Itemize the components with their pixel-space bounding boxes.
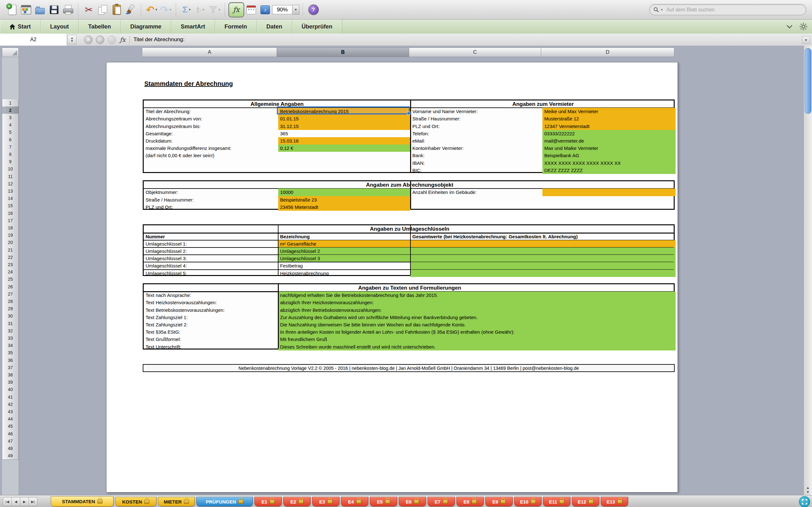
row-header-30[interactable]: 30 [2,313,19,320]
table-cell[interactable] [410,247,676,255]
table-cell[interactable]: Text Betriebskostenvorauszahlungen: [144,306,278,314]
row-header-4[interactable]: 4 [2,121,19,129]
table-cell[interactable]: Abrechnungszeitraum von: [144,115,278,122]
row-header-40[interactable]: 40 [2,386,19,394]
row-header-10[interactable]: 10 [2,165,19,173]
sheet-tab-e4[interactable]: E4 [341,497,368,506]
search-dropdown-icon[interactable]: ▼ [660,8,663,11]
row-header-20[interactable]: 20 [2,239,19,246]
table-cell[interactable]: In Ihren anteiligen Kosten ist folgender… [278,328,676,336]
table-cell[interactable]: Text Heizkostenvorauszahlungen: [144,299,278,306]
sheet-tab-e11[interactable]: E11 [543,497,570,506]
table-cell[interactable]: Umlageschlüssel 1: [144,240,278,247]
table-cell[interactable]: Vorname und Name Vermieter: [410,108,542,115]
row-header-49[interactable]: 49 [2,452,19,460]
table-cell[interactable]: Gesamtwerte (bei Heizkostenabrechnung: G… [410,233,676,240]
sheet-footer-bar[interactable]: Nebenkostenabrechnung Vorlage V2.2 © 200… [143,364,675,372]
row-header-3[interactable]: 3 [2,114,19,121]
table-cell[interactable]: Text Unterschrift: [144,343,278,350]
collapse-ribbon-icon[interactable] [786,25,793,29]
table-cell[interactable]: BIC: [410,167,542,174]
table-cell[interactable]: 03333/222222 [542,130,676,137]
save-icon[interactable] [47,2,61,17]
table-cell[interactable]: Max und Maike Vermieter [542,145,676,152]
table-cell[interactable]: Dieses Schreiben wurde maschinell erstel… [278,343,676,350]
table-cell[interactable]: 23456 Mieterstadt [278,204,410,211]
row-header-43[interactable]: 43 [2,408,19,415]
table-cell[interactable] [410,255,676,262]
sheet-tab-e5[interactable]: E5 [370,497,397,506]
scrollbar-arrows[interactable]: ▲▼ [804,486,812,494]
table-cell[interactable]: Bank: [410,152,542,159]
table-cell[interactable]: Straße / Hausnummer: [410,115,542,122]
table-cell[interactable] [410,262,676,269]
table-cell[interactable]: maximale Rundungsdifferenz insgesamt: [144,145,278,152]
cancel-entry-button[interactable]: × [84,36,93,44]
table-cell[interactable]: 365 [278,130,410,137]
ribbon-tab-tabellen[interactable]: Tabellen [79,20,121,34]
table-cell[interactable]: Mit freundlichem Gruß [278,336,676,343]
selected-cell-outline[interactable] [277,107,410,114]
column-header-C[interactable]: C [409,48,541,57]
next-sheet-button[interactable]: ▶ [20,497,29,506]
last-sheet-button[interactable]: ▶| [29,497,38,506]
row-header-42[interactable]: 42 [2,400,19,408]
table-cell[interactable]: 31.12.15 [278,123,410,130]
row-header-18[interactable]: 18 [2,224,19,232]
column-header-B[interactable]: B [277,48,409,57]
sheet-tab-e7[interactable]: E7 [427,497,455,506]
table-cell[interactable]: Druckdatum: [144,137,278,145]
row-header-45[interactable]: 45 [2,423,19,430]
format-painter-icon[interactable] [124,2,138,17]
table-cell[interactable]: DEZZ ZZZZ ZZZZ [542,167,676,174]
row-header-48[interactable]: 48 [2,445,19,452]
row-header-28[interactable]: 28 [2,297,19,305]
table-cell[interactable]: Abrechnungszeitraum bis: [144,123,278,130]
row-header-1[interactable]: 1 [2,99,19,107]
row-header-26[interactable]: 26 [2,283,19,291]
sheet-tab-mieter[interactable]: MIETER [158,497,195,506]
row-header-29[interactable]: 29 [2,305,19,313]
formula-bar-expand-icon[interactable]: ▼ [802,36,810,44]
row-header-16[interactable]: 16 [2,210,19,217]
ribbon-tab-diagramme[interactable]: Diagramme [121,20,171,34]
name-box-stepper[interactable]: ▲▼ [67,35,77,44]
zoom-value[interactable]: 90% [272,5,293,14]
row-header-31[interactable]: 31 [2,320,19,327]
table-cell[interactable]: Kontoinhaber Vermieter: [410,145,542,152]
table-cell[interactable]: Umlageschlüssel 4: [144,262,278,269]
table-cell[interactable]: Telefon: [410,130,542,137]
ribbon-tab-layout[interactable]: Layout [41,20,79,34]
table-cell[interactable]: abzüglich Ihrer Betriebskostenvorauszahl… [278,306,676,314]
row-header-21[interactable]: 21 [2,246,19,254]
prev-sheet-button[interactable]: ◀ [11,497,20,506]
table-cell[interactable]: 10000 [278,188,410,196]
table-cell[interactable]: Umlageschlüssel 5: [144,270,278,277]
table-cell[interactable]: Umlageschlüssel 2 [278,247,410,255]
table-cell[interactable]: abzüglich Ihrer Heizkostenvorauszahlunge… [278,299,676,306]
ribbon-tab-formeln[interactable]: Formeln [215,20,257,34]
first-sheet-button[interactable]: |◀ [3,497,12,506]
sheet-tab-e12[interactable]: E12 [572,497,599,506]
table-cell[interactable]: Nummer [144,233,278,240]
row-header-37[interactable]: 37 [2,364,19,372]
table-cell[interactable]: PLZ und Ort: [410,123,542,130]
sheet-tab-e8[interactable]: E8 [456,497,484,506]
redo-button[interactable]: ↷▾ [159,2,172,17]
print-icon[interactable] [61,2,75,17]
zoom-select[interactable]: 90% ▼ [272,2,299,17]
sort-button[interactable]: AZ↓▾ [194,2,207,17]
sheet-tab-e3[interactable]: E3 [312,497,339,506]
table-cell[interactable]: 01.01.15 [278,115,410,122]
ribbon-tab-smartart[interactable]: SmartArt [171,20,215,34]
row-header-8[interactable]: 8 [2,151,19,158]
row-header-23[interactable]: 23 [2,261,19,268]
row-header-33[interactable]: 33 [2,334,19,342]
table-cell[interactable]: Straße / Hausnummer: [144,196,278,204]
row-header-14[interactable]: 14 [2,195,19,203]
column-header-A[interactable]: A [142,48,277,57]
table-cell[interactable]: Text §35a EStG: [144,328,278,336]
row-header-47[interactable]: 47 [2,437,19,445]
table-cell[interactable]: Text nach Ansprache: [144,291,278,299]
help-button[interactable]: ? [306,2,320,17]
